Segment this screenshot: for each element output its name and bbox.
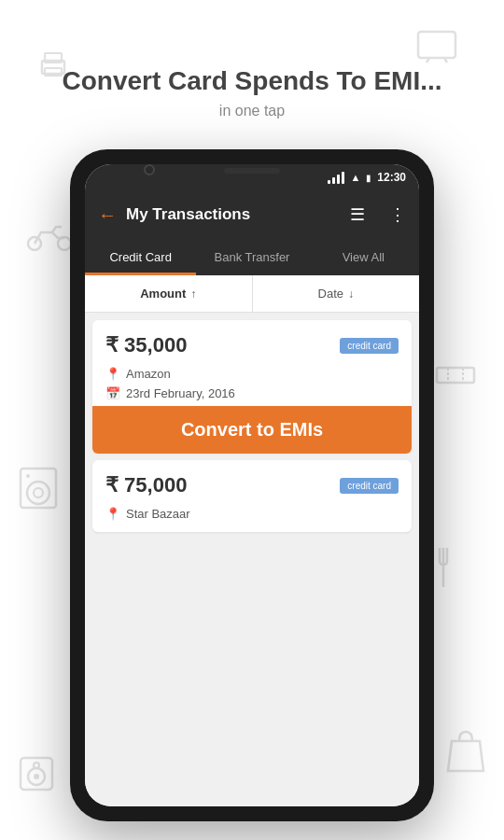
sort-amount-arrow: ↑	[190, 287, 196, 301]
tab-bank-transfer[interactable]: Bank Transfer	[196, 239, 307, 275]
svg-rect-15	[21, 469, 56, 508]
convert-to-emis-button[interactable]: Convert to EMIs	[92, 406, 412, 454]
sort-date-arrow: ↓	[348, 287, 354, 301]
card-2-top-row: ₹ 75,000 credit card	[105, 473, 399, 497]
card-1-merchant-row: 📍 Amazon	[105, 367, 399, 381]
calendar-icon-1: 📅	[105, 386, 120, 400]
page-subtitle: in one tap	[0, 103, 504, 119]
card-1-date-row: 📅 23rd February, 2016	[105, 386, 399, 400]
phone-speaker	[224, 168, 280, 174]
navbar-title: My Transactions	[126, 205, 341, 224]
transaction-card-1[interactable]: ₹ 35,000 credit card 📍 Amazon 📅 23rd Feb…	[92, 320, 412, 453]
card-1-top-row: ₹ 35,000 credit card	[105, 333, 399, 357]
wifi-icon: ▲	[350, 172, 360, 183]
svg-rect-21	[21, 758, 52, 790]
sort-by-amount[interactable]: Amount ↑	[85, 275, 252, 312]
sort-date-label: Date	[318, 287, 343, 301]
svg-point-24	[34, 763, 39, 768]
signal-bar-2	[332, 177, 335, 184]
card-1-amount: ₹ 35,000	[105, 333, 187, 357]
ticket-icon	[435, 359, 476, 394]
card-2-merchant-row: 📍 Star Bazaar	[105, 507, 399, 521]
shopping-bag-icon	[446, 728, 485, 781]
card-1-badge: credit card	[340, 338, 399, 354]
signal-bar-3	[337, 175, 340, 184]
transactions-list: ₹ 35,000 credit card 📍 Amazon 📅 23rd Feb…	[85, 313, 419, 806]
svg-point-16	[27, 482, 49, 504]
location-icon-1: 📍	[105, 367, 120, 381]
page-title: Convert Card Spends To EMI...	[0, 65, 504, 97]
tabs-bar: Credit Card Bank Transfer View All	[85, 239, 419, 275]
signal-bars	[328, 171, 344, 184]
tab-credit-card[interactable]: Credit Card	[85, 239, 196, 275]
svg-point-10	[28, 237, 41, 250]
svg-rect-12	[437, 368, 474, 383]
svg-point-11	[58, 237, 71, 250]
menu-icon[interactable]: ⋮	[389, 204, 406, 225]
phone-screen: ▲ ▮ 12:30 ← My Transactions ☰ ⋮ Credit C…	[85, 164, 419, 806]
svg-point-17	[34, 488, 43, 497]
sort-bar: Amount ↑ Date ↓	[85, 275, 419, 313]
sort-by-date[interactable]: Date ↓	[253, 275, 420, 312]
signal-bar-1	[328, 180, 330, 184]
svg-point-18	[26, 474, 30, 478]
tab-view-all[interactable]: View All	[308, 239, 419, 275]
content-area: Amount ↑ Date ↓ ₹ 35,000 cre	[85, 275, 419, 806]
location-icon-2: 📍	[105, 507, 120, 521]
speaker-icon	[19, 756, 54, 800]
phone-camera	[144, 164, 155, 175]
app-navbar: ← My Transactions ☰ ⋮	[85, 190, 419, 239]
svg-point-22	[28, 768, 45, 785]
card-2-amount: ₹ 75,000	[105, 473, 187, 497]
card-2-merchant: Star Bazaar	[126, 507, 190, 521]
washer-icon	[19, 467, 58, 518]
card-1-merchant: Amazon	[126, 367, 171, 381]
card-1-date: 23rd February, 2016	[126, 386, 235, 400]
status-time: 12:30	[377, 171, 406, 184]
phone-outer: ▲ ▮ 12:30 ← My Transactions ☰ ⋮ Credit C…	[70, 149, 434, 821]
battery-icon: ▮	[366, 173, 371, 183]
transaction-card-2[interactable]: ₹ 75,000 credit card 📍 Star Bazaar	[92, 460, 412, 532]
phone-mockup: ▲ ▮ 12:30 ← My Transactions ☰ ⋮ Credit C…	[70, 149, 434, 821]
header-section: Convert Card Spends To EMI... in one tap	[0, 0, 504, 119]
card-2-badge: credit card	[340, 478, 399, 494]
sort-amount-label: Amount	[140, 287, 186, 301]
svg-point-23	[34, 774, 39, 779]
motorcycle-icon	[26, 219, 73, 259]
back-button[interactable]: ←	[98, 204, 117, 226]
filter-icon[interactable]: ☰	[350, 204, 365, 225]
signal-bar-4	[342, 172, 344, 184]
